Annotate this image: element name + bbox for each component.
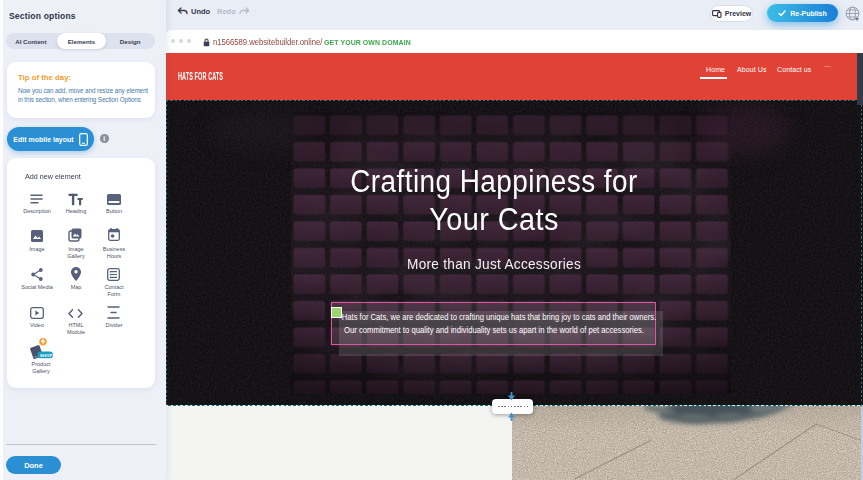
- svg-text:SHOP: SHOP: [40, 353, 53, 358]
